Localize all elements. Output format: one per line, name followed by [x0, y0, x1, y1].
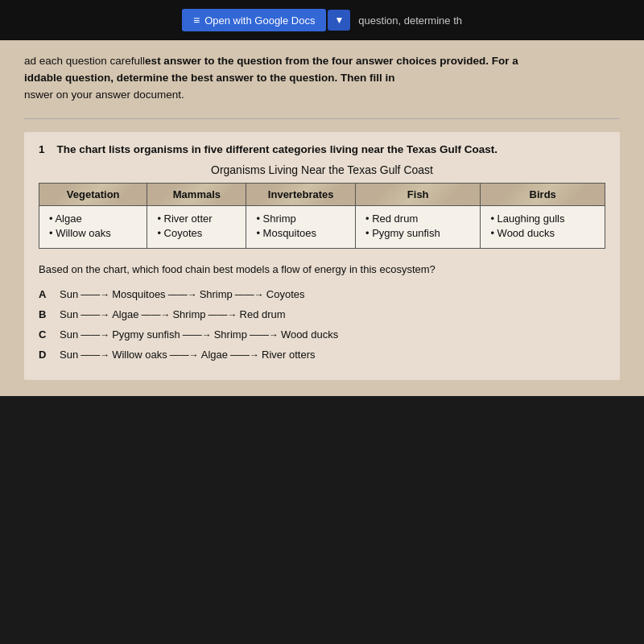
organisms-table: Vegetation Mammals Invertebrates Fish Bi… [39, 183, 605, 249]
open-docs-button[interactable]: ≡ Open with Google Docs [182, 9, 326, 31]
instructions-text: ad each question carefullest answer to t… [24, 53, 620, 104]
choice-A-item-0: Sun [60, 288, 78, 300]
col-header-vegetation: Vegetation [39, 183, 147, 205]
choice-D-item-0: Sun [60, 349, 78, 361]
arrow-icon: ——→ [208, 309, 237, 320]
choice-A[interactable]: A Sun ——→ Mosquitoes ——→ Shrimp ——→ Coyo… [39, 288, 605, 300]
choice-B-item-1: Algae [112, 308, 138, 320]
docs-icon: ≡ [193, 14, 200, 27]
choice-D-letter: D [39, 349, 55, 361]
choice-A-letter: A [39, 288, 55, 300]
instruction-line2: est answer to the question from the four… [145, 55, 518, 67]
cell-mammals: River otter Coyotes [147, 205, 246, 248]
birds-item-1: Laughing gulls [490, 213, 595, 225]
mammals-item-1: River otter [157, 213, 236, 225]
cell-invertebrates: Shrimp Mosquitoes [246, 205, 356, 248]
arrow-icon: ——→ [170, 349, 199, 361]
col-header-birds: Birds [481, 183, 605, 205]
vegetation-item-1: Algae [49, 213, 137, 225]
chart-title: Organisms Living Near the Texas Gulf Coa… [39, 163, 605, 176]
choice-A-item-3: Coyotes [266, 288, 305, 300]
table-row: Algae Willow oaks River otter Coyotes Sh… [39, 205, 605, 248]
instruction-line1: ad each question carefull [24, 55, 145, 67]
choice-A-item-2: Shrimp [200, 288, 233, 300]
col-header-invertebrates: Invertebrates [246, 183, 356, 205]
choice-B-item-2: Shrimp [172, 308, 205, 320]
choice-D-item-3: River otters [262, 349, 315, 361]
top-bar: ≡ Open with Google Docs ▼ question, dete… [0, 0, 644, 40]
question-block: 1 The chart lists organisms in five diff… [24, 132, 620, 381]
invertebrates-item-2: Mosquitoes [256, 227, 345, 239]
answer-choices-list: A Sun ——→ Mosquitoes ——→ Shrimp ——→ Coyo… [39, 288, 605, 361]
choice-B[interactable]: B Sun ——→ Algae ——→ Shrimp ——→ Red drum [39, 308, 605, 320]
food-chain-question: Based on the chart, which food chain bes… [39, 262, 605, 278]
cell-vegetation: Algae Willow oaks [39, 205, 147, 248]
fish-item-2: Pygmy sunfish [365, 227, 470, 239]
arrow-icon: ——→ [250, 329, 279, 341]
question-number: 1 [39, 143, 45, 155]
instruction-line4: nswer on your answer document. [24, 89, 184, 101]
choice-B-text: Sun ——→ Algae ——→ Shrimp ——→ Red drum [60, 308, 286, 320]
col-header-fish: Fish [355, 183, 480, 205]
col-header-mammals: Mammals [147, 183, 246, 205]
choice-C-text: Sun ——→ Pygmy sunfish ——→ Shrimp ——→ Woo… [60, 328, 338, 341]
choice-D-text: Sun ——→ Willow oaks ——→ Algae ——→ River … [60, 349, 315, 361]
cell-birds: Laughing gulls Wood ducks [481, 205, 605, 248]
arrow-icon: ——→ [80, 349, 109, 361]
choice-C-item-3: Wood ducks [281, 328, 338, 341]
choice-A-item-1: Mosquitoes [112, 288, 165, 300]
cell-fish: Red drum Pygmy sunfish [355, 205, 480, 248]
choice-B-letter: B [39, 308, 55, 320]
invertebrates-item-1: Shrimp [256, 213, 345, 225]
choice-C-letter: C [39, 328, 55, 341]
choice-C[interactable]: C Sun ——→ Pygmy sunfish ——→ Shrimp ——→ W… [39, 328, 605, 341]
arrow-icon: ——→ [183, 329, 212, 341]
main-content: ad each question carefullest answer to t… [0, 40, 644, 396]
arrow-icon: ——→ [80, 329, 109, 341]
birds-item-2: Wood ducks [490, 227, 595, 239]
arrow-icon: ——→ [235, 289, 264, 300]
choice-D[interactable]: D Sun ——→ Willow oaks ——→ Algae ——→ Rive… [39, 349, 605, 361]
instruction-line3: iddable question, determine the best ans… [24, 72, 395, 84]
open-docs-label: Open with Google Docs [204, 14, 315, 27]
dropdown-arrow-button[interactable]: ▼ [328, 10, 350, 31]
choice-C-item-1: Pygmy sunfish [112, 328, 180, 341]
question-number-text: 1 The chart lists organisms in five diff… [39, 143, 605, 155]
mammals-item-2: Coyotes [157, 227, 236, 239]
arrow-icon: ——→ [80, 289, 109, 300]
arrow-icon: ——→ [230, 349, 259, 361]
arrow-icon: ——→ [80, 309, 109, 320]
choice-B-item-3: Red drum [240, 308, 286, 320]
choice-C-item-0: Sun [60, 328, 78, 341]
choice-C-item-2: Shrimp [214, 328, 247, 341]
choice-D-item-2: Algae [201, 349, 228, 361]
fish-item-1: Red drum [365, 213, 470, 225]
choice-A-text: Sun ——→ Mosquitoes ——→ Shrimp ——→ Coyote… [60, 288, 305, 300]
question-text-intro: The chart lists organisms in five differ… [57, 143, 497, 155]
choice-B-item-0: Sun [60, 308, 78, 320]
arrow-icon: ——→ [141, 309, 170, 320]
divider [24, 118, 620, 119]
choice-D-item-1: Willow oaks [112, 349, 167, 361]
top-right-text: question, determine th [358, 14, 462, 27]
vegetation-item-2: Willow oaks [49, 227, 137, 239]
arrow-icon: ——→ [168, 289, 197, 300]
